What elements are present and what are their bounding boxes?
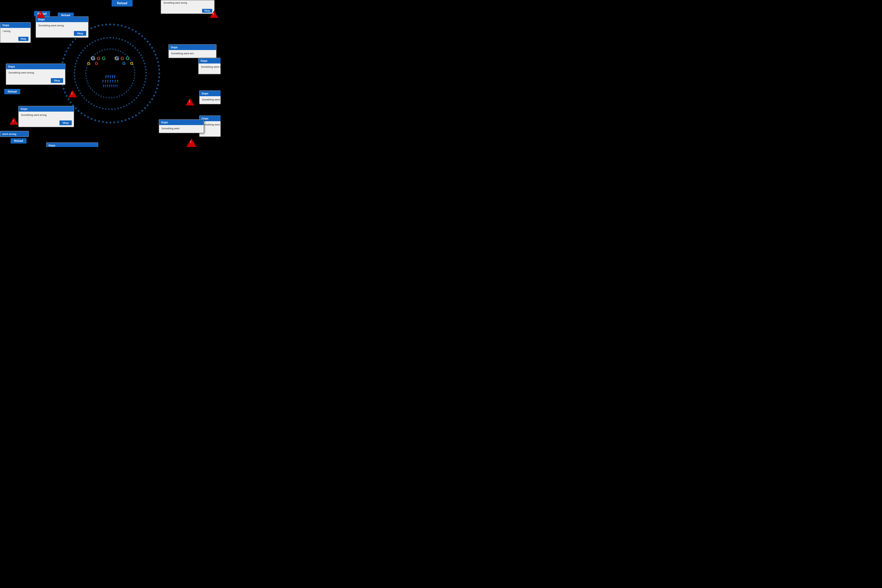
dialog-center-right-1-body: Something went [159, 125, 204, 133]
dialog-top-right: Something went wrong. Okay [161, 0, 214, 14]
dialog-partial-left-header: Oops [0, 22, 30, 28]
dialog-2-footer: Okay [6, 77, 65, 84]
warning-triangle-top-right [210, 10, 218, 18]
dialog-right-2-footer [199, 71, 220, 74]
dialog-partial-left-footer: Okay [0, 36, 30, 42]
dialog-partial-left-okay[interactable]: Okay [18, 37, 28, 41]
dialog-3-footer: Okay [19, 119, 74, 127]
dialog-2-reload[interactable]: Reload [4, 89, 20, 94]
dialog-2-body: Something went wrong. [6, 69, 65, 77]
dialog-right-2-message: Something went wrong. [201, 65, 220, 68]
dialog-lower-left-2: Oops Something went wrong. [46, 142, 98, 147]
dialog-right-1: Oops Something went wro [168, 44, 216, 58]
dialog-3-title: Oops [21, 107, 27, 111]
dialog-center-right-1: Oops Something went [159, 119, 204, 133]
dialog-right-3-header: Oops [200, 91, 220, 96]
dialog-2-title: Oops [8, 65, 15, 68]
dialog-3: Oops Something went wrong. Okay [18, 106, 74, 127]
dialog-right-3-body: Something went wrong. [200, 96, 220, 104]
dialog-1-title: Oops [38, 18, 45, 21]
dialog-top-right-body: Something went wrong. [161, 0, 214, 8]
dialog-bottom-left: went wrong. [0, 131, 29, 137]
dialog-1-okay-button[interactable]: Okay [74, 31, 86, 36]
warning-triangle-3 [10, 117, 18, 124]
dialog-1-footer: Okay [36, 30, 88, 38]
dialog-partial-left: Oops t wrong. Okay [0, 22, 31, 43]
dialog-partial-left-body: t wrong. [0, 28, 30, 36]
warning-triangle-large-center [186, 138, 197, 147]
reload-button-topleft[interactable]: Reload [58, 12, 74, 18]
warning-triangle-center-lower [186, 98, 194, 105]
dialog-right-4-message: Something went wrong. [202, 123, 220, 126]
reload-button-top-center[interactable]: Reload [112, 0, 133, 6]
dialog-right-1-body: Something went wro [169, 50, 216, 58]
dialog-center-right-1-header: Oops [159, 120, 204, 125]
dialog-lower-left-2-header: Oops [46, 143, 98, 147]
reload-button-lower-left[interactable]: Reload [10, 138, 27, 144]
dialog-1-body: Something went wrong. [36, 22, 88, 30]
dialog-partial-left-title: Oops [2, 24, 9, 27]
dialog-right-3-title: Oops [201, 92, 208, 95]
dialog-1-message: Something went wrong. [38, 24, 64, 27]
dialog-right-2-title: Oops [201, 59, 207, 62]
dialog-right-2-header: Oops [199, 58, 220, 63]
dialog-lower-left-2-title: Oops [48, 144, 56, 147]
dialog-3-message: Something went wrong. [21, 114, 47, 116]
warning-triangle-1 [37, 10, 45, 18]
dialog-3-okay[interactable]: Okay [60, 120, 72, 125]
dialog-1: Oops Something went wrong. Okay Reload [36, 16, 88, 38]
dialog-right-1-title: Oops [171, 46, 178, 49]
dialog-right-1-header: Oops [169, 45, 216, 50]
dialog-3-header: Oops [19, 106, 74, 112]
dialog-2-header: Oops [6, 64, 65, 69]
dialog-right-3-message: Something went wrong. [202, 98, 220, 101]
dialog-right-2-body: Something went wrong. [199, 63, 220, 71]
dialog-3-body: Something went wrong. [19, 112, 74, 119]
dialog-right-2: Oops Something went wrong. [198, 58, 220, 74]
dialog-right-3: Oops Something went wrong. [199, 90, 220, 104]
dialog-2-okay[interactable]: Okay [51, 78, 63, 83]
dialog-2-message: Something went wrong. [9, 71, 34, 74]
warning-triangle-2 [68, 90, 77, 98]
dialog-center-right-1-title: Oops [161, 121, 168, 124]
dialog-bottom-left-header: went wrong. [0, 131, 28, 136]
dialog-2: Oops Something went wrong. Okay Reload [6, 63, 65, 85]
